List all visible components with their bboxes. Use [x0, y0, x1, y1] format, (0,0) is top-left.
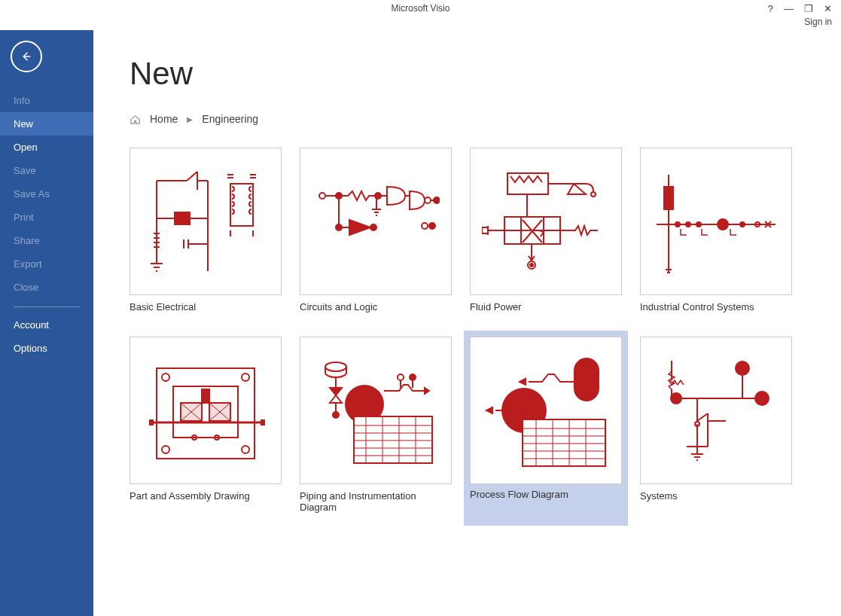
sidebar-item-export[interactable]: Export	[0, 252, 93, 276]
sidebar-item-close[interactable]: Close	[0, 276, 93, 299]
sidebar-item-new[interactable]: New	[0, 112, 93, 136]
template-fluid-power[interactable]: Fluid Power	[470, 148, 622, 313]
sidebar-item-save[interactable]: Save	[0, 159, 93, 182]
svg-point-27	[242, 374, 249, 381]
template-label: Process Flow Diagram	[470, 489, 622, 500]
backstage-sidebar: InfoNewOpenSaveSave AsPrintShareExportCl…	[0, 30, 93, 616]
home-icon[interactable]	[130, 114, 141, 125]
template-label: Basic Electrical	[130, 301, 282, 313]
svg-point-39	[398, 374, 404, 380]
template-label: Systems	[640, 490, 792, 502]
template-label: Fluid Power	[470, 301, 622, 313]
sidebar-item-options[interactable]: Options	[0, 337, 93, 360]
breadcrumb-home[interactable]: Home	[150, 113, 178, 125]
svg-point-20	[686, 222, 690, 227]
svg-point-13	[591, 192, 596, 197]
app-title: Microsoft Visio	[0, 3, 841, 14]
svg-rect-33	[202, 389, 209, 403]
template-grid: Basic Electrical Circuits and Logic Flui…	[130, 148, 841, 520]
sidebar-item-info[interactable]: Info	[0, 89, 93, 112]
template-industrial-control-systems[interactable]: Industrial Control Systems	[640, 148, 792, 313]
template-label: Industrial Control Systems	[640, 301, 792, 313]
svg-rect-25	[157, 368, 254, 459]
close-button[interactable]: ✕	[824, 4, 832, 14]
sign-in-link[interactable]: Sign in	[804, 17, 832, 27]
svg-rect-15	[482, 227, 488, 233]
template-label: Part and Assembly Drawing	[130, 490, 282, 502]
template-thumbnail	[300, 148, 452, 295]
svg-point-5	[375, 193, 381, 199]
svg-rect-44	[523, 419, 605, 466]
svg-point-21	[696, 222, 701, 227]
sidebar-item-account[interactable]: Account	[0, 313, 93, 337]
template-thumbnail	[130, 148, 282, 295]
breadcrumb-current: Engineering	[202, 113, 258, 125]
svg-point-10	[422, 223, 428, 229]
title-bar: Microsoft Visio ? — ❐ ✕	[0, 0, 841, 17]
svg-point-46	[736, 361, 749, 375]
sidebar-item-share[interactable]: Share	[0, 229, 93, 252]
svg-point-22	[718, 219, 728, 230]
svg-point-28	[162, 446, 169, 453]
svg-point-37	[333, 412, 339, 418]
restore-button[interactable]: ❐	[804, 4, 813, 14]
sidebar-item-save-as[interactable]: Save As	[0, 182, 93, 206]
template-thumbnail	[470, 148, 622, 295]
svg-rect-42	[574, 358, 599, 401]
sidebar-item-print[interactable]: Print	[0, 206, 93, 229]
svg-point-3	[319, 193, 325, 199]
template-process-flow-diagram[interactable]: Process Flow Diagram	[470, 337, 622, 520]
template-circuits-and-logic[interactable]: Circuits and Logic	[300, 148, 452, 313]
svg-point-36	[325, 362, 346, 371]
svg-point-17	[530, 264, 533, 267]
template-label: Circuits and Logic	[300, 301, 452, 313]
svg-point-40	[410, 374, 416, 380]
template-thumbnail	[470, 337, 622, 484]
page-title: New	[130, 56, 841, 92]
backstage-main: New Home ▶ Engineering Basic Electrical …	[93, 30, 841, 616]
svg-rect-18	[664, 187, 673, 209]
template-part-and-assembly-drawing[interactable]: Part and Assembly Drawing	[130, 337, 282, 520]
svg-point-19	[675, 222, 680, 227]
sidebar-separator	[14, 306, 80, 307]
svg-point-11	[429, 223, 435, 229]
back-button[interactable]	[11, 41, 42, 72]
svg-point-45	[671, 393, 681, 404]
svg-rect-1	[175, 212, 190, 224]
template-piping-and-instrumentation-diagram[interactable]: Piping and Instrumentation Diagram	[300, 337, 452, 520]
svg-point-29	[242, 446, 249, 453]
back-arrow-icon	[20, 50, 33, 63]
svg-point-26	[162, 374, 169, 381]
template-systems[interactable]: Systems	[640, 337, 792, 520]
template-thumbnail	[640, 148, 792, 295]
svg-point-23	[740, 222, 745, 227]
svg-point-6	[425, 197, 431, 203]
chevron-right-icon: ▶	[187, 115, 193, 124]
svg-point-8	[336, 224, 342, 230]
template-thumbnail	[130, 337, 282, 484]
help-icon[interactable]: ?	[768, 4, 773, 14]
svg-point-9	[370, 224, 376, 230]
minimize-button[interactable]: —	[784, 4, 794, 14]
template-thumbnail	[640, 337, 792, 484]
breadcrumb: Home ▶ Engineering	[130, 113, 841, 125]
template-thumbnail	[300, 337, 452, 484]
svg-point-7	[434, 197, 440, 203]
template-label: Piping and Instrumentation Diagram	[300, 490, 452, 513]
sidebar-item-open[interactable]: Open	[0, 136, 93, 159]
template-basic-electrical[interactable]: Basic Electrical	[130, 148, 282, 313]
svg-point-4	[336, 193, 342, 199]
svg-rect-0	[149, 172, 262, 274]
